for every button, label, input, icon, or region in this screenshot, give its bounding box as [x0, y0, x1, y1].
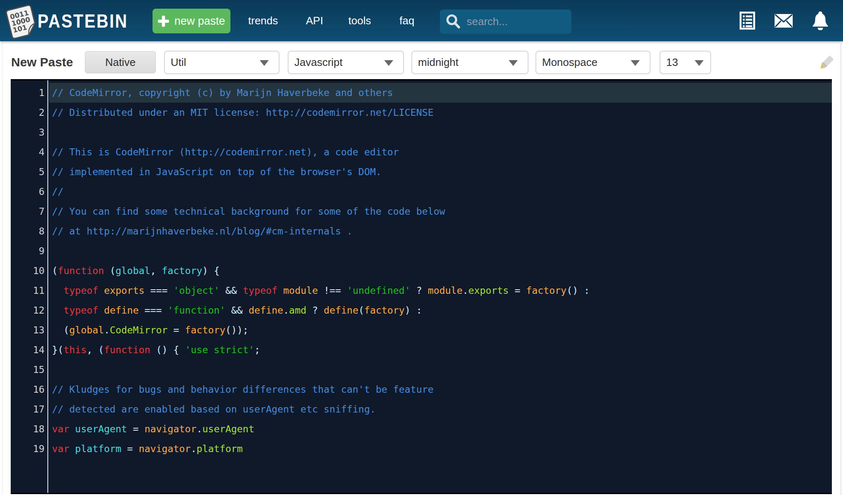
- code-token-keyword: typeof: [63, 305, 98, 316]
- line-number: 17: [11, 399, 47, 419]
- syntax-select-value: Javascript: [294, 56, 343, 69]
- code-token-plain: (: [52, 324, 69, 335]
- nav-tools[interactable]: tools: [348, 0, 371, 41]
- code-token-plain: (: [358, 305, 364, 316]
- code-token-plain: ?: [411, 285, 428, 296]
- code-token-string: 'use strict': [185, 344, 254, 355]
- code-line[interactable]: typeof exports === 'object' && typeof mo…: [49, 281, 832, 300]
- code-token-plain: .: [283, 305, 289, 316]
- code-token-property: amd: [289, 305, 306, 316]
- brand-title[interactable]: PASTEBIN: [38, 0, 128, 41]
- code-token-plain: [52, 285, 63, 296]
- code-token-plain: &&: [220, 285, 243, 296]
- code-token-comment: // detected are enabled based on userAge…: [52, 403, 376, 415]
- font-select[interactable]: Monospace: [535, 51, 650, 74]
- code-token-plain: ());: [225, 324, 249, 335]
- code-line[interactable]: // at http://marijnhaverbeke.nl/blog/#cm…: [49, 221, 832, 241]
- code-token-variable: navigator: [144, 423, 196, 434]
- line-number: 1: [11, 83, 47, 103]
- code-token-variable: define: [324, 305, 358, 316]
- code-token-plain: [69, 443, 75, 454]
- line-number: 10: [11, 261, 47, 281]
- line-number: 5: [11, 162, 47, 182]
- code-line[interactable]: // Kludges for bugs and behavior differe…: [49, 380, 832, 399]
- code-token-property: exports: [468, 285, 509, 296]
- line-number: 18: [11, 419, 47, 439]
- nav-api[interactable]: API: [306, 0, 323, 41]
- chevron-down-icon: [695, 60, 704, 66]
- line-number: 8: [11, 221, 47, 241]
- code-token-keyword: var: [52, 423, 69, 434]
- code-line[interactable]: }(this, (function () { 'use strict';: [49, 340, 832, 360]
- code-token-plain: [52, 305, 63, 316]
- code-token-plain: () :: [566, 285, 589, 296]
- code-line[interactable]: (global.CodeMirror = factory());: [49, 320, 832, 340]
- code-token-plain: ;: [254, 344, 260, 355]
- code-token-string: 'undefined': [347, 285, 410, 296]
- code-line[interactable]: // This is CodeMirror (http://codemirror…: [49, 142, 832, 162]
- code-token-def: global: [115, 265, 150, 276]
- chevron-down-icon: [260, 60, 269, 66]
- nav-faq[interactable]: faq: [399, 0, 414, 41]
- code-token-comment: // This is CodeMirror (http://codemirror…: [52, 146, 399, 157]
- code-token-plain: [98, 305, 104, 316]
- code-token-plain: .: [191, 443, 197, 454]
- code-token-variable: factory: [526, 285, 566, 296]
- code-line[interactable]: //: [49, 182, 832, 202]
- search-box: [440, 9, 571, 34]
- font-size-select[interactable]: 13: [660, 51, 711, 74]
- messages-icon[interactable]: [775, 0, 793, 41]
- nav-trends[interactable]: trends: [248, 0, 278, 41]
- code-token-variable: module: [428, 285, 463, 296]
- alerts-icon[interactable]: [812, 0, 829, 41]
- code-token-plain: ?: [306, 305, 324, 316]
- code-line[interactable]: typeof define === 'function' && define.a…: [49, 300, 832, 320]
- edit-pencil-icon[interactable]: [817, 54, 836, 73]
- code-token-plain: (: [52, 265, 58, 276]
- code-line[interactable]: (function (global, factory) {: [49, 261, 832, 281]
- code-line[interactable]: var platform = navigator.platform: [49, 439, 832, 459]
- code-token-plain: ) {: [202, 265, 220, 276]
- code-token-keyword: this: [63, 344, 87, 355]
- code-token-variable: factory: [364, 305, 404, 316]
- my-pastes-icon[interactable]: [740, 0, 755, 41]
- code-token-variable: module: [283, 285, 318, 296]
- code-token-keyword: function: [104, 344, 150, 355]
- line-number: 19: [11, 439, 47, 459]
- code-line[interactable]: // Distributed under an MIT license: htt…: [49, 103, 832, 122]
- font-size-select-value: 13: [666, 56, 678, 69]
- code-line[interactable]: // implemented in JavaScript on top of t…: [49, 162, 832, 182]
- page-title: New Paste: [11, 55, 73, 69]
- code-line[interactable]: // CodeMirror, copyright (c) by Marijn H…: [49, 83, 832, 103]
- category-select[interactable]: Util: [164, 51, 279, 74]
- chevron-down-icon: [631, 60, 640, 66]
- new-paste-label: new paste: [174, 15, 225, 28]
- code-token-comment: // You can find some technical backgroun…: [52, 206, 445, 217]
- line-number: 6: [11, 182, 47, 202]
- code-line[interactable]: var userAgent = navigator.userAgent: [49, 419, 832, 439]
- code-token-def: userAgent: [75, 423, 127, 434]
- search-input[interactable]: [467, 15, 567, 28]
- code-token-property: CodeMirror: [110, 324, 167, 335]
- line-number: 15: [11, 360, 47, 380]
- code-token-def: platform: [75, 443, 121, 454]
- code-token-plain: [98, 285, 104, 296]
- format-button[interactable]: Native: [85, 51, 156, 73]
- code-editor[interactable]: 12345678910111213141516171819 // CodeMir…: [11, 79, 832, 494]
- new-paste-button[interactable]: new paste: [153, 9, 230, 33]
- code-line[interactable]: [49, 360, 832, 380]
- syntax-select[interactable]: Javascript: [288, 51, 404, 74]
- line-number: 4: [11, 142, 47, 162]
- search-icon: [445, 14, 462, 30]
- editor-gutter: 12345678910111213141516171819: [11, 80, 48, 493]
- code-line[interactable]: // You can find some technical backgroun…: [49, 202, 832, 221]
- code-token-def: factory: [162, 265, 202, 276]
- theme-select[interactable]: midnight: [411, 51, 528, 74]
- code-line[interactable]: // detected are enabled based on userAge…: [49, 399, 832, 419]
- code-line[interactable]: [49, 122, 832, 142]
- editor-code[interactable]: // CodeMirror, copyright (c) by Marijn H…: [49, 83, 832, 459]
- code-token-comment: // Kludges for bugs and behavior differe…: [52, 384, 434, 395]
- code-line[interactable]: [49, 241, 832, 261]
- pastebin-logo-icon[interactable]: 0011 1000 101: [2, 1, 40, 40]
- theme-select-value: midnight: [418, 56, 458, 69]
